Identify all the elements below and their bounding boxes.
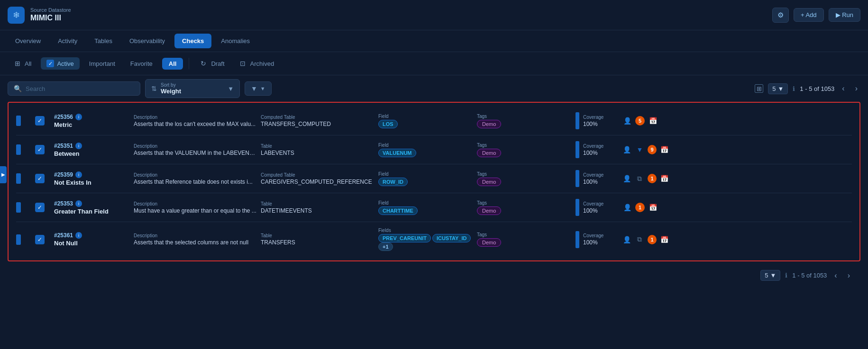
calendar-icon[interactable]: 📅 (648, 202, 658, 213)
tag-badge[interactable]: Demo (477, 206, 501, 215)
search-box[interactable]: 🔍 (8, 81, 140, 96)
add-button[interactable]: + Add (794, 8, 824, 22)
bottom-page-size[interactable]: 5 ▼ (760, 270, 780, 281)
filter-row-icon[interactable]: ▼ (635, 144, 645, 155)
user-icon[interactable]: 👤 (622, 144, 632, 155)
search-input[interactable] (26, 85, 134, 92)
toolbar: 🔍 ⇅ Sort by Weight ▼ ▼ ▼ ⊞ 5 ▼ ℹ 1 - 5 o… (0, 75, 868, 102)
field-block: Fields PREV_CAREUNITICUSTAY_ID+1 (378, 228, 473, 251)
user-icon[interactable]: 👤 (622, 202, 632, 213)
filter-button[interactable]: ▼ ▼ (245, 81, 272, 96)
table-label: Table (261, 233, 375, 238)
calendar-icon[interactable]: 📅 (659, 234, 669, 245)
check-id: #25356 i (54, 114, 130, 120)
coverage-bar (576, 231, 579, 248)
tags-values: Demo (477, 120, 572, 128)
filter-favorite[interactable]: Favorite (125, 58, 158, 70)
row-actions: 👤 1 📅 (622, 202, 669, 213)
header-right: ⚙ + Add ▶ Run (772, 8, 860, 23)
check-type: Greater Than Field (54, 208, 130, 215)
check-id-block: #25356 i Metric (54, 114, 130, 128)
run-button[interactable]: ▶ Run (829, 8, 860, 22)
check-id-block: #25359 i Not Exists In (54, 171, 130, 186)
field-badges: LOS (378, 120, 473, 128)
copy-icon[interactable]: ⧉ (635, 173, 645, 184)
table-label: Computed Table (261, 172, 375, 178)
tab-anomalies[interactable]: Anomalies (213, 34, 257, 48)
side-expand-button[interactable]: ▶ (0, 166, 7, 183)
info-icon[interactable]: i (75, 143, 82, 149)
row-checkbox[interactable]: ✓ (35, 145, 45, 154)
filter-draft[interactable]: ↻ Draft (195, 57, 230, 70)
field-badge[interactable]: PREV_CAREUNIT (378, 234, 431, 242)
user-icon[interactable]: 👤 (622, 116, 632, 126)
check-type: Between (54, 150, 130, 157)
field-badge[interactable]: ROW_ID (378, 178, 408, 186)
copy-icon[interactable]: ⧉ (635, 234, 645, 245)
tags-values: Demo (477, 238, 572, 247)
prev-page-button[interactable]: ‹ (839, 83, 847, 94)
check-id-block: #25361 i Not Null (54, 232, 130, 247)
desc-label: Description (134, 172, 257, 178)
field-badge[interactable]: VALUENUM (378, 149, 416, 157)
tab-observability[interactable]: Observability (122, 34, 173, 48)
bottom-prev-button[interactable]: ‹ (831, 270, 840, 281)
draft-icon: ↻ (201, 60, 206, 67)
info-icon[interactable]: i (75, 200, 82, 207)
table-block: Computed Table CAREGIVERS_COMPUTED_REFER… (261, 172, 375, 185)
tags-label: Tags (477, 114, 572, 119)
coverage-block: Coverage 100% (576, 170, 618, 187)
coverage-block: Coverage 100% (576, 141, 618, 158)
sort-box[interactable]: ⇅ Sort by Weight ▼ (145, 79, 240, 98)
pin-icon[interactable] (16, 202, 21, 213)
settings-button[interactable]: ⚙ (772, 8, 789, 23)
row-checkbox[interactable]: ✓ (35, 174, 45, 183)
filter-all[interactable]: ⊞ All (8, 57, 37, 70)
field-badge[interactable]: LOS (378, 120, 398, 128)
filter-archived[interactable]: ⊡ Archived (234, 57, 280, 70)
calendar-icon[interactable]: 📅 (659, 144, 669, 155)
tab-tables[interactable]: Tables (87, 34, 120, 48)
tags-label: Tags (477, 171, 572, 177)
tab-overview[interactable]: Overview (8, 34, 48, 48)
tag-badge[interactable]: Demo (477, 238, 501, 247)
tag-badge[interactable]: Demo (477, 149, 501, 157)
calendar-icon[interactable]: 📅 (659, 173, 669, 184)
tags-values: Demo (477, 206, 572, 215)
tab-activity[interactable]: Activity (50, 34, 85, 48)
field-badge[interactable]: CHARTTIME (378, 206, 418, 215)
next-page-button[interactable]: › (852, 83, 860, 94)
pin-icon[interactable] (16, 144, 21, 155)
check-type: Not Exists In (54, 179, 130, 186)
coverage-bar (576, 141, 579, 158)
pin-icon[interactable] (16, 234, 21, 245)
row-checkbox[interactable]: ✓ (35, 235, 45, 244)
user-icon[interactable]: 👤 (622, 234, 632, 245)
tag-badge[interactable]: Demo (477, 120, 501, 128)
info-icon[interactable]: i (75, 171, 82, 178)
field-badge[interactable]: ICUSTAY_ID (432, 234, 471, 242)
coverage-value: 100% (583, 179, 603, 185)
calendar-icon[interactable]: 📅 (648, 116, 658, 126)
field-label: Field (378, 171, 473, 177)
app-logo: ❄ (8, 7, 25, 24)
desc-label: Description (134, 115, 257, 120)
filter-active[interactable]: ✓ Active (41, 57, 79, 70)
info-icon[interactable]: i (75, 114, 82, 120)
tag-badge[interactable]: Demo (477, 178, 501, 186)
info-icon[interactable]: i (75, 232, 82, 239)
field-label: Field (378, 143, 473, 148)
filter-all-chip[interactable]: All (162, 58, 183, 70)
tab-checks[interactable]: Checks (174, 34, 211, 48)
page-size-select[interactable]: 5 ▼ (768, 83, 788, 94)
table-row: ✓ #25359 i Not Exists In Description Ass… (16, 164, 852, 193)
pin-icon[interactable] (16, 116, 21, 126)
pin-icon[interactable] (16, 173, 21, 184)
row-checkbox[interactable]: ✓ (35, 203, 45, 212)
field-badge[interactable]: +1 (378, 242, 393, 251)
grid-view-icon[interactable]: ⊞ (755, 84, 763, 93)
row-checkbox[interactable]: ✓ (35, 116, 45, 125)
bottom-next-button[interactable]: › (845, 270, 853, 281)
user-icon[interactable]: 👤 (622, 173, 632, 184)
filter-important[interactable]: Important (83, 58, 121, 70)
